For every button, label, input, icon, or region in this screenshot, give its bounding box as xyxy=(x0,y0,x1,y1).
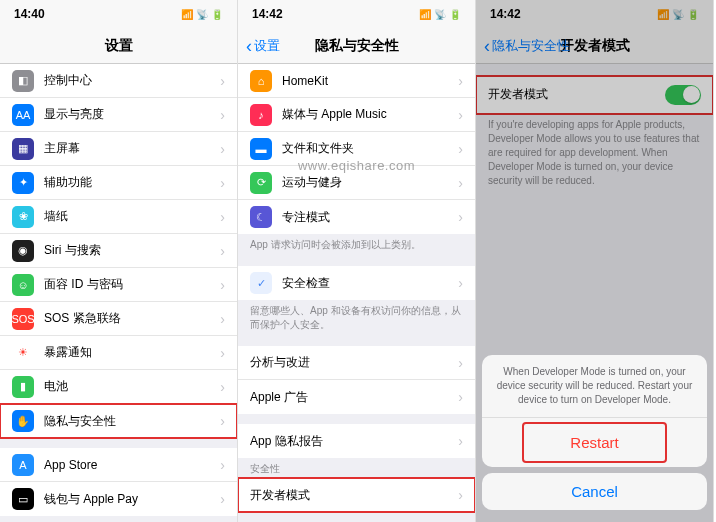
status-bar: 14:40 📶 📡 🔋 xyxy=(0,0,237,28)
row-label: 文件和文件夹 xyxy=(282,140,458,157)
row-icon: ☺ xyxy=(12,274,34,296)
row-icon: SOS xyxy=(12,308,34,330)
row-label: 显示与亮度 xyxy=(44,106,220,123)
row-label: 暴露通知 xyxy=(44,344,220,361)
table-row[interactable]: ▬文件和文件夹› xyxy=(238,132,475,166)
chevron-right-icon: › xyxy=(220,209,225,225)
row-label: 辅助功能 xyxy=(44,174,220,191)
table-row[interactable]: AA显示与亮度› xyxy=(0,98,237,132)
table-row[interactable]: App 隐私报告› xyxy=(238,424,475,458)
table-row[interactable]: ✋隐私与安全性› xyxy=(0,404,237,438)
table-row[interactable]: ♪媒体与 Apple Music› xyxy=(238,98,475,132)
table-row[interactable]: ✦辅助功能› xyxy=(0,166,237,200)
time: 14:42 xyxy=(252,7,283,21)
row-label: 分析与改进 xyxy=(250,354,458,371)
row-label: App Store xyxy=(44,458,220,472)
row-icon: ▬ xyxy=(250,138,272,160)
status-indicators: 📶 📡 🔋 xyxy=(419,9,461,20)
section-footnote: App 请求访问时会被添加到以上类别。 xyxy=(238,234,475,256)
table-row[interactable]: ☀暴露通知› xyxy=(0,336,237,370)
row-label: 墙纸 xyxy=(44,208,220,225)
row-icon: ▭ xyxy=(12,488,34,510)
row-icon: ◧ xyxy=(12,70,34,92)
chevron-right-icon: › xyxy=(458,107,463,123)
row-label: 面容 ID 与密码 xyxy=(44,276,220,293)
row-label: 专注模式 xyxy=(282,209,458,226)
chevron-right-icon: › xyxy=(458,73,463,89)
section-footnote: 留意哪些人、App 和设备有权访问你的信息，从而保护个人安全。 xyxy=(238,300,475,336)
cancel-button[interactable]: Cancel xyxy=(482,473,707,510)
row-icon: ✦ xyxy=(12,172,34,194)
row-label: 控制中心 xyxy=(44,72,220,89)
row-label: 电池 xyxy=(44,378,220,395)
row-label: 媒体与 Apple Music xyxy=(282,106,458,123)
chevron-right-icon: › xyxy=(458,433,463,449)
time: 14:40 xyxy=(14,7,45,21)
sheet-message: When Developer Mode is turned on, your d… xyxy=(482,355,707,418)
chevron-right-icon: › xyxy=(220,107,225,123)
row-icon: ⟳ xyxy=(250,172,272,194)
page-title: 设置 xyxy=(105,37,133,55)
chevron-right-icon: › xyxy=(220,175,225,191)
row-label: App 隐私报告 xyxy=(250,433,458,450)
table-row[interactable]: ◧控制中心› xyxy=(0,64,237,98)
row-label: 运动与健身 xyxy=(282,174,458,191)
action-sheet: When Developer Mode is turned on, your d… xyxy=(482,355,707,516)
chevron-right-icon: › xyxy=(458,175,463,191)
row-icon: ✓ xyxy=(250,272,272,294)
restart-button[interactable]: Restart xyxy=(522,422,667,463)
row-icon: ▦ xyxy=(12,138,34,160)
table-row[interactable]: AApp Store› xyxy=(0,448,237,482)
status-indicators: 📶 📡 🔋 xyxy=(181,9,223,20)
table-row[interactable]: 开发者模式› xyxy=(238,478,475,512)
chevron-right-icon: › xyxy=(458,209,463,225)
row-icon: A xyxy=(12,454,34,476)
nav-bar: 设置 xyxy=(0,28,237,64)
chevron-right-icon: › xyxy=(220,243,225,259)
phone-3-developer-mode: 14:42 📶 📡 🔋 ‹隐私与安全性 开发者模式 开发者模式 If you'r… xyxy=(476,0,714,522)
page-title: 隐私与安全性 xyxy=(315,37,399,55)
table-row[interactable]: ▭钱包与 Apple Pay› xyxy=(0,482,237,516)
back-button[interactable]: ‹设置 xyxy=(246,37,280,55)
table-row[interactable]: ▮电池› xyxy=(0,370,237,404)
phone-1-settings: 14:40 📶 📡 🔋 设置 ◧控制中心›AA显示与亮度›▦主屏幕›✦辅助功能›… xyxy=(0,0,238,522)
row-label: 钱包与 Apple Pay xyxy=(44,491,220,508)
table-row[interactable]: ☾专注模式› xyxy=(238,200,475,234)
table-row[interactable]: ✓安全检查› xyxy=(238,266,475,300)
chevron-left-icon: ‹ xyxy=(246,37,252,55)
row-icon: AA xyxy=(12,104,34,126)
chevron-right-icon: › xyxy=(220,491,225,507)
phone-2-privacy: www.eqishare.com 14:42 📶 📡 🔋 ‹设置 隐私与安全性 … xyxy=(238,0,476,522)
table-row[interactable]: Apple 广告› xyxy=(238,380,475,414)
table-row[interactable]: SOSSOS 紧急联络› xyxy=(0,302,237,336)
chevron-right-icon: › xyxy=(220,141,225,157)
row-icon: ▮ xyxy=(12,376,34,398)
chevron-right-icon: › xyxy=(220,457,225,473)
settings-list[interactable]: ◧控制中心›AA显示与亮度›▦主屏幕›✦辅助功能›❀墙纸›◉Siri 与搜索›☺… xyxy=(0,64,237,522)
row-icon: ☾ xyxy=(250,206,272,228)
chevron-right-icon: › xyxy=(220,413,225,429)
row-icon: ◉ xyxy=(12,240,34,262)
chevron-right-icon: › xyxy=(458,389,463,405)
table-row[interactable]: ⌂HomeKit› xyxy=(238,64,475,98)
row-icon: ❀ xyxy=(12,206,34,228)
table-row[interactable]: ⟳运动与健身› xyxy=(238,166,475,200)
row-label: HomeKit xyxy=(282,74,458,88)
sheet-cancel-block: Cancel xyxy=(482,473,707,510)
row-label: 安全检查 xyxy=(282,275,458,292)
row-label: Apple 广告 xyxy=(250,389,458,406)
table-row[interactable]: ❀墙纸› xyxy=(0,200,237,234)
chevron-right-icon: › xyxy=(220,345,225,361)
status-bar: 14:42 📶 📡 🔋 xyxy=(238,0,475,28)
section-header: 安全性 xyxy=(238,458,475,478)
table-row[interactable]: 分析与改进› xyxy=(238,346,475,380)
table-row[interactable]: ▦主屏幕› xyxy=(0,132,237,166)
table-row[interactable]: ☺面容 ID 与密码› xyxy=(0,268,237,302)
row-label: 隐私与安全性 xyxy=(44,413,220,430)
chevron-right-icon: › xyxy=(220,73,225,89)
table-row[interactable]: ◉Siri 与搜索› xyxy=(0,234,237,268)
chevron-right-icon: › xyxy=(458,487,463,503)
privacy-list[interactable]: ⌂HomeKit›♪媒体与 Apple Music›▬文件和文件夹›⟳运动与健身… xyxy=(238,64,475,522)
nav-bar: ‹设置 隐私与安全性 xyxy=(238,28,475,64)
row-icon: ♪ xyxy=(250,104,272,126)
